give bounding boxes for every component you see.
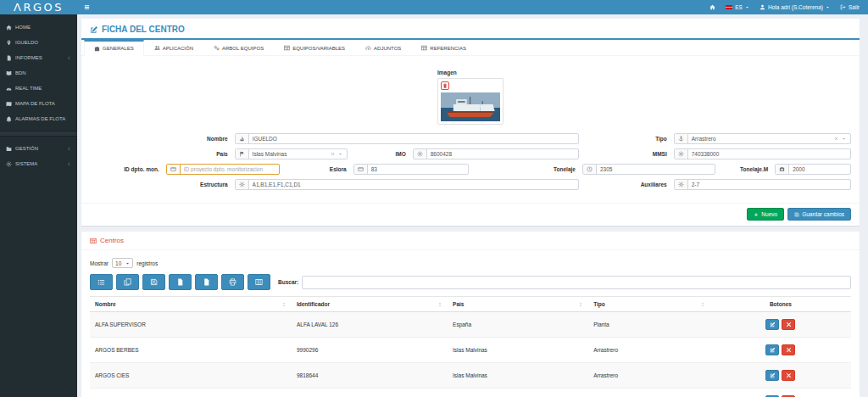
chevron-down-icon[interactable] [338,152,342,156]
tab-referencias[interactable]: REFERENCIAS [411,40,476,55]
estructura-label: Estructura [90,182,235,187]
sidebar-item-sistema[interactable]: SISTEMA [0,156,77,171]
sidebar-item-alarmas-de-flota[interactable]: ALARMAS DE FLOTA [0,111,77,126]
tab-aplicacion[interactable]: APLICACIÓN [144,40,203,55]
sidebar-item-igueldo[interactable]: IGUELDO [0,35,77,50]
tonelaje-label: Tonelaje [469,166,582,172]
imo-label: IMO [348,151,413,157]
excel-button[interactable] [169,274,192,290]
delete-row-button[interactable] [782,370,795,381]
form-row: Nombre Tipo Arrastrero [90,133,851,144]
delete-image-button[interactable] [441,81,449,90]
user-menu[interactable]: Hola adri (S.Coterena) [760,4,830,10]
sidebar-item-gestion[interactable]: GESTIÓN [0,141,77,156]
edit-row-button[interactable] [765,344,779,355]
estructura-input[interactable] [249,180,579,189]
pdf-button[interactable] [195,274,218,290]
page-size-select[interactable]: 10 [112,258,133,268]
copy-button[interactable] [116,274,139,290]
csv-button[interactable] [142,274,165,290]
tipo-select[interactable]: Arrastrero [674,133,851,144]
tab-generales[interactable]: GENERALES [84,40,144,56]
language-dropdown[interactable]: ES [726,4,749,10]
tonelaje-input-group [582,164,715,175]
chevron-left-icon [67,56,71,60]
columns-icon [255,278,263,286]
tab-equipos-variables[interactable]: EQUIPOS/VARIABLES [274,40,355,55]
ficha-del-centro-card: FICHA DEL CENTRO GENERALES APLICACIÓN AR… [81,19,860,226]
id-dpto-input[interactable] [181,165,280,174]
copy-icon [124,278,131,286]
gauge-icon [6,86,12,92]
centros-table: Nombre Identificador País Tipo Botones A… [90,296,851,397]
logout-button[interactable]: Salir [840,4,860,10]
plus-icon [754,212,759,217]
home-button[interactable] [709,4,715,10]
colvis-button[interactable] [248,274,270,290]
tonelaje-input[interactable] [597,165,715,174]
table-toolbar: Buscar: [90,274,851,290]
edit-row-button[interactable] [765,319,779,330]
cloud-upload-icon [365,45,371,51]
tab-adjuntos[interactable]: ADJUNTOS [355,40,411,55]
edit-icon [770,322,776,327]
mostrar-label: Mostrar [90,260,108,266]
hamburger-menu-icon[interactable] [77,0,96,14]
column-header-nombre[interactable]: Nombre [90,297,292,312]
imo-input[interactable] [427,149,579,159]
chevron-left-icon [67,147,71,151]
tonelaje-m-label: Tonelaje.M [715,166,775,172]
chevron-down-icon[interactable] [842,137,846,141]
flag-icon [236,149,249,159]
column-header-botones: Botones [710,297,851,312]
guardar-cambios-button[interactable]: Guardar cambios [787,208,851,221]
delete-row-button[interactable] [782,319,795,330]
delete-row-button[interactable] [782,344,795,355]
spain-flag-icon [726,5,732,9]
list-button[interactable] [90,274,113,290]
print-button[interactable] [221,274,244,290]
edit-icon [770,372,776,378]
nombre-input[interactable] [249,134,579,143]
clear-icon[interactable] [331,152,335,156]
image-thumbnail [437,78,504,125]
gear-icon [675,149,688,159]
column-header-tipo[interactable]: Tipo [588,297,710,312]
edit-row-button[interactable] [765,370,779,381]
anchor-icon [675,134,688,143]
sidebar-item-home[interactable]: HOME [0,20,77,35]
pais-select[interactable]: Islas Malvinas [235,148,348,159]
map-icon [6,101,12,107]
sidebar-item-mapa-de-flota[interactable]: MAPA DE FLOTA [0,96,77,111]
chevron-left-icon [67,162,71,166]
tab-arbol-equipos[interactable]: ARBOL EQUIPOS [203,40,274,55]
tonelaje-m-input[interactable] [789,165,850,174]
sort-icon [281,302,287,307]
clear-icon[interactable] [834,137,838,141]
sidebar-item-informes[interactable]: INFORMES [0,50,77,65]
user-icon [760,4,765,10]
clock-icon [583,165,597,174]
search-input[interactable] [302,276,851,289]
briefcase-icon [94,46,100,52]
column-header-pais[interactable]: País [448,297,588,312]
imo-input-group [413,148,580,159]
sidebar-item-real-time[interactable]: REAL TIME [0,81,77,96]
nombre-label: Nombre [90,136,235,142]
eslora-input[interactable] [368,165,468,174]
print-icon [229,278,236,286]
form-footer: Nuevo Guardar cambios [81,203,860,226]
page-length-control: Mostrar 10 registros [90,258,851,268]
id-dpto-input-group [166,164,281,175]
gear-icon [414,149,427,159]
centros-panel: Centros Mostrar 10 registros Buscar: [81,232,860,397]
nuevo-button[interactable]: Nuevo [747,208,784,221]
list-icon [97,278,105,286]
mmsi-input[interactable] [688,149,850,159]
sidebar-item-bdn[interactable]: BDN [0,65,77,81]
column-header-identificador[interactable]: Identificador [292,297,448,312]
auxiliares-input[interactable] [688,180,850,189]
brand-logo[interactable]: ΛRGOS [0,0,77,14]
mmsi-label: MMSI [579,151,673,157]
bell-icon [6,116,12,122]
